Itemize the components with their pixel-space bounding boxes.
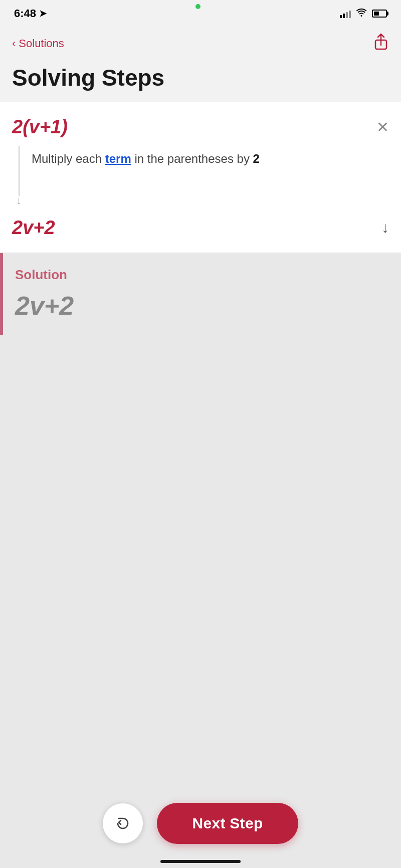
original-expression: 2(v+1)	[12, 116, 68, 138]
arrow-down-icon: ↓	[16, 194, 22, 207]
bottom-toolbar: Next Step	[0, 793, 401, 868]
location-arrow-icon: ➤	[39, 8, 47, 19]
page-title-bar: Solving Steps	[0, 60, 401, 102]
signal-bars-icon	[340, 9, 351, 18]
step-expression: 2(v+1) ✕	[12, 116, 389, 138]
solution-label: Solution	[15, 267, 389, 283]
back-chevron-icon: ‹	[12, 37, 16, 50]
green-dot-indicator	[195, 4, 200, 9]
home-indicator	[160, 860, 241, 863]
download-icon[interactable]: ↓	[381, 219, 389, 236]
description-number: 2	[253, 152, 260, 165]
close-icon[interactable]: ✕	[376, 118, 389, 136]
description-prefix: Multiply each	[32, 152, 105, 165]
step-arrow-line: ↓	[16, 146, 22, 207]
step-card: 2(v+1) ✕ ↓ Multiply each term in the par…	[0, 102, 401, 253]
content-spacer	[0, 335, 401, 625]
term-link[interactable]: term	[105, 152, 131, 165]
battery-icon	[372, 10, 387, 18]
solution-expression: 2v+2	[15, 291, 389, 321]
status-bar: 6:48 ➤	[0, 0, 401, 27]
result-expression: 2v+2	[12, 217, 55, 239]
undo-button[interactable]	[103, 803, 143, 843]
solution-section: Solution 2v+2	[0, 253, 401, 335]
status-icons	[340, 9, 387, 19]
step-description-container: ↓ Multiply each term in the parentheses …	[12, 146, 389, 207]
wifi-icon	[356, 9, 367, 19]
vertical-line	[19, 146, 20, 196]
back-button[interactable]: ‹ Solutions	[12, 37, 64, 50]
page-title: Solving Steps	[12, 65, 389, 91]
next-step-button[interactable]: Next Step	[157, 803, 298, 844]
step-description-text: Multiply each term in the parentheses by…	[32, 146, 389, 168]
status-time: 6:48 ➤	[14, 7, 47, 20]
description-suffix: in the parentheses by	[131, 152, 253, 165]
back-label: Solutions	[19, 37, 64, 50]
share-button[interactable]	[373, 33, 389, 55]
step-result: 2v+2 ↓	[12, 217, 389, 239]
time-display: 6:48	[14, 7, 36, 20]
nav-bar: ‹ Solutions	[0, 27, 401, 60]
